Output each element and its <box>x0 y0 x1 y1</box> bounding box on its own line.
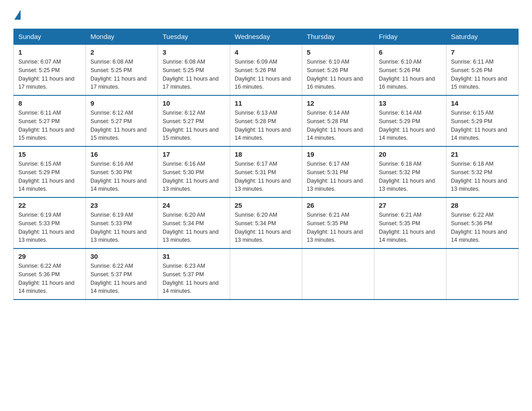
calendar-day-cell: 28 Sunrise: 6:22 AM Sunset: 5:36 PM Dayl… <box>446 197 519 248</box>
calendar-day-cell: 17 Sunrise: 6:16 AM Sunset: 5:30 PM Dayl… <box>158 146 230 197</box>
day-number: 19 <box>307 150 369 158</box>
day-info: Sunrise: 6:17 AM Sunset: 5:31 PM Dayligh… <box>307 160 369 193</box>
weekday-header-sunday: Sunday <box>14 29 86 45</box>
calendar-day-cell: 20 Sunrise: 6:18 AM Sunset: 5:32 PM Dayl… <box>374 146 446 197</box>
day-number: 9 <box>90 99 153 107</box>
calendar-week-row: 15 Sunrise: 6:15 AM Sunset: 5:29 PM Dayl… <box>14 146 519 197</box>
calendar-day-cell: 11 Sunrise: 6:13 AM Sunset: 5:28 PM Dayl… <box>230 95 302 146</box>
day-info: Sunrise: 6:12 AM Sunset: 5:27 PM Dayligh… <box>90 109 153 142</box>
calendar-table: SundayMondayTuesdayWednesdayThursdayFrid… <box>13 29 519 300</box>
calendar-day-cell: 4 Sunrise: 6:09 AM Sunset: 5:26 PM Dayli… <box>230 44 302 95</box>
day-number: 31 <box>163 253 225 260</box>
calendar-day-cell: 19 Sunrise: 6:17 AM Sunset: 5:31 PM Dayl… <box>302 146 374 197</box>
day-info: Sunrise: 6:22 AM Sunset: 5:36 PM Dayligh… <box>451 211 514 244</box>
day-info: Sunrise: 6:18 AM Sunset: 5:32 PM Dayligh… <box>451 160 514 193</box>
calendar-day-cell: 2 Sunrise: 6:08 AM Sunset: 5:25 PM Dayli… <box>86 44 158 95</box>
day-info: Sunrise: 6:19 AM Sunset: 5:33 PM Dayligh… <box>90 211 153 244</box>
day-info: Sunrise: 6:13 AM Sunset: 5:28 PM Dayligh… <box>235 109 297 142</box>
day-info: Sunrise: 6:18 AM Sunset: 5:32 PM Dayligh… <box>379 160 442 193</box>
calendar-day-cell: 23 Sunrise: 6:19 AM Sunset: 5:33 PM Dayl… <box>86 197 158 248</box>
calendar-day-cell: 1 Sunrise: 6:07 AM Sunset: 5:25 PM Dayli… <box>14 44 86 95</box>
weekday-header-wednesday: Wednesday <box>230 29 302 45</box>
day-info: Sunrise: 6:21 AM Sunset: 5:35 PM Dayligh… <box>379 211 442 244</box>
day-number: 13 <box>379 99 442 107</box>
day-number: 1 <box>18 48 81 56</box>
day-number: 17 <box>163 150 225 158</box>
day-number: 5 <box>307 48 369 56</box>
logo-triangle-icon <box>14 10 21 20</box>
day-info: Sunrise: 6:09 AM Sunset: 5:26 PM Dayligh… <box>235 58 297 91</box>
day-number: 21 <box>451 150 514 158</box>
calendar-day-cell: 21 Sunrise: 6:18 AM Sunset: 5:32 PM Dayl… <box>446 146 519 197</box>
day-info: Sunrise: 6:22 AM Sunset: 5:37 PM Dayligh… <box>90 262 153 295</box>
calendar-day-cell: 27 Sunrise: 6:21 AM Sunset: 5:35 PM Dayl… <box>374 197 446 248</box>
calendar-day-cell: 9 Sunrise: 6:12 AM Sunset: 5:27 PM Dayli… <box>86 95 158 146</box>
day-info: Sunrise: 6:12 AM Sunset: 5:27 PM Dayligh… <box>163 109 225 142</box>
calendar-day-cell: 15 Sunrise: 6:15 AM Sunset: 5:29 PM Dayl… <box>14 146 86 197</box>
day-number: 11 <box>235 99 297 107</box>
calendar-day-cell: 3 Sunrise: 6:08 AM Sunset: 5:25 PM Dayli… <box>158 44 230 95</box>
day-info: Sunrise: 6:14 AM Sunset: 5:28 PM Dayligh… <box>307 109 369 142</box>
day-info: Sunrise: 6:10 AM Sunset: 5:26 PM Dayligh… <box>379 58 442 91</box>
calendar-day-cell: 14 Sunrise: 6:15 AM Sunset: 5:29 PM Dayl… <box>446 95 519 146</box>
calendar-week-row: 8 Sunrise: 6:11 AM Sunset: 5:27 PM Dayli… <box>14 95 519 146</box>
weekday-header-saturday: Saturday <box>446 29 519 45</box>
weekday-header-tuesday: Tuesday <box>158 29 230 45</box>
day-number: 10 <box>163 99 225 107</box>
page-header <box>13 9 519 20</box>
day-number: 30 <box>90 253 153 260</box>
calendar-day-cell: 8 Sunrise: 6:11 AM Sunset: 5:27 PM Dayli… <box>14 95 86 146</box>
calendar-day-cell: 26 Sunrise: 6:21 AM Sunset: 5:35 PM Dayl… <box>302 197 374 248</box>
calendar-day-cell: 22 Sunrise: 6:19 AM Sunset: 5:33 PM Dayl… <box>14 197 86 248</box>
day-number: 23 <box>90 201 153 209</box>
day-info: Sunrise: 6:07 AM Sunset: 5:25 PM Dayligh… <box>18 58 81 91</box>
calendar-day-cell: 7 Sunrise: 6:11 AM Sunset: 5:26 PM Dayli… <box>446 44 519 95</box>
weekday-header-monday: Monday <box>86 29 158 45</box>
day-info: Sunrise: 6:19 AM Sunset: 5:33 PM Dayligh… <box>18 211 81 244</box>
calendar-day-cell: 12 Sunrise: 6:14 AM Sunset: 5:28 PM Dayl… <box>302 95 374 146</box>
day-info: Sunrise: 6:21 AM Sunset: 5:35 PM Dayligh… <box>307 211 369 244</box>
calendar-day-cell <box>446 248 519 300</box>
weekday-header-friday: Friday <box>374 29 446 45</box>
day-number: 22 <box>18 201 81 209</box>
calendar-day-cell: 24 Sunrise: 6:20 AM Sunset: 5:34 PM Dayl… <box>158 197 230 248</box>
calendar-header: SundayMondayTuesdayWednesdayThursdayFrid… <box>14 29 519 45</box>
weekday-header-row: SundayMondayTuesdayWednesdayThursdayFrid… <box>14 29 519 45</box>
day-info: Sunrise: 6:10 AM Sunset: 5:26 PM Dayligh… <box>307 58 369 91</box>
calendar-day-cell: 13 Sunrise: 6:14 AM Sunset: 5:29 PM Dayl… <box>374 95 446 146</box>
day-info: Sunrise: 6:23 AM Sunset: 5:37 PM Dayligh… <box>163 262 225 295</box>
day-number: 16 <box>90 150 153 158</box>
calendar-week-row: 22 Sunrise: 6:19 AM Sunset: 5:33 PM Dayl… <box>14 197 519 248</box>
calendar-day-cell: 5 Sunrise: 6:10 AM Sunset: 5:26 PM Dayli… <box>302 44 374 95</box>
calendar-day-cell: 31 Sunrise: 6:23 AM Sunset: 5:37 PM Dayl… <box>158 248 230 300</box>
calendar-day-cell <box>302 248 374 300</box>
calendar-body: 1 Sunrise: 6:07 AM Sunset: 5:25 PM Dayli… <box>14 44 519 300</box>
day-number: 6 <box>379 48 442 56</box>
day-number: 25 <box>235 201 297 209</box>
day-info: Sunrise: 6:22 AM Sunset: 5:36 PM Dayligh… <box>18 262 81 295</box>
day-number: 7 <box>451 48 514 56</box>
day-info: Sunrise: 6:15 AM Sunset: 5:29 PM Dayligh… <box>451 109 514 142</box>
day-info: Sunrise: 6:08 AM Sunset: 5:25 PM Dayligh… <box>163 58 225 91</box>
day-number: 14 <box>451 99 514 107</box>
weekday-header-thursday: Thursday <box>302 29 374 45</box>
day-number: 20 <box>379 150 442 158</box>
day-info: Sunrise: 6:17 AM Sunset: 5:31 PM Dayligh… <box>235 160 297 193</box>
day-info: Sunrise: 6:11 AM Sunset: 5:27 PM Dayligh… <box>18 109 81 142</box>
day-number: 8 <box>18 99 81 107</box>
day-number: 4 <box>235 48 297 56</box>
day-number: 15 <box>18 150 81 158</box>
day-info: Sunrise: 6:11 AM Sunset: 5:26 PM Dayligh… <box>451 58 514 91</box>
calendar-day-cell: 10 Sunrise: 6:12 AM Sunset: 5:27 PM Dayl… <box>158 95 230 146</box>
calendar-day-cell: 30 Sunrise: 6:22 AM Sunset: 5:37 PM Dayl… <box>86 248 158 300</box>
calendar-day-cell: 16 Sunrise: 6:16 AM Sunset: 5:30 PM Dayl… <box>86 146 158 197</box>
calendar-day-cell: 29 Sunrise: 6:22 AM Sunset: 5:36 PM Dayl… <box>14 248 86 300</box>
day-number: 29 <box>18 253 81 260</box>
day-info: Sunrise: 6:14 AM Sunset: 5:29 PM Dayligh… <box>379 109 442 142</box>
day-info: Sunrise: 6:16 AM Sunset: 5:30 PM Dayligh… <box>90 160 153 193</box>
logo <box>13 9 21 20</box>
calendar-day-cell: 25 Sunrise: 6:20 AM Sunset: 5:34 PM Dayl… <box>230 197 302 248</box>
calendar-day-cell <box>230 248 302 300</box>
day-number: 12 <box>307 99 369 107</box>
day-number: 26 <box>307 201 369 209</box>
